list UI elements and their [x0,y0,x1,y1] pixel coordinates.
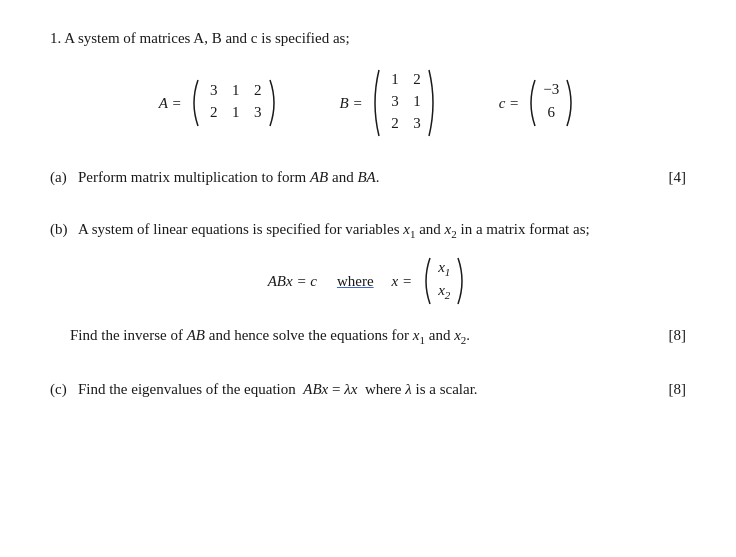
find-inverse-text: Find the inverse of AB and hence solve t… [70,327,686,346]
x-equals: x = [392,273,413,290]
find-text-content: Find the inverse of AB and hence solve t… [70,327,470,343]
problem-intro: A system of matrices A, B and c is speci… [64,30,349,46]
part-b-score: [8] [669,327,687,344]
x-left-paren [420,255,432,307]
matrix-b-expr: B = 1 2 3 1 2 3 [340,67,439,139]
abx-lhs: ABx = c [268,273,317,290]
part-c-label: (c) [50,381,74,397]
matrix-c-label: c = [499,95,520,112]
part-a-header: (a) Perform matrix multiplication to for… [50,169,686,186]
matrix-c-content: −3 6 [537,77,565,129]
matrix-b-label: B = [340,95,363,112]
problem-title: 1. A system of matrices A, B and c is sp… [50,30,686,47]
matrix-a-right-paren [268,78,280,128]
matrix-c-left-paren [525,77,537,129]
x-vector-bracket: x1 x2 [420,255,468,307]
matrix-c-right-paren [565,77,577,129]
equation-row: ABx = c where x = x1 x2 [50,255,686,307]
problem-section: 1. A system of matrices A, B and c is sp… [50,30,686,398]
part-c-section: (c) Find the eigenvalues of the equation… [50,381,686,398]
matrix-a-bracket: 3 1 2 2 1 3 [188,78,280,128]
abx-equation: ABx = c [268,273,317,290]
matrix-c-expr: c = −3 6 [499,77,578,129]
matrix-a-label: A = [159,95,182,112]
part-a-label: (a) [50,169,74,185]
part-c-text: Find the eigenvalues of the equation ABx… [78,381,478,397]
part-a-section: (a) Perform matrix multiplication to for… [50,169,686,186]
matrix-c-bracket: −3 6 [525,77,577,129]
matrix-a-content: 3 1 2 2 1 3 [200,78,268,128]
part-c-score: [8] [669,381,687,398]
matrix-b-right-paren [427,67,439,139]
x-vector-content: x1 x2 [432,255,456,307]
where-part: where x = x1 x2 [337,255,468,307]
part-a-text: Perform matrix multiplication to form AB… [78,169,380,185]
matrix-b-content: 1 2 3 1 2 3 [381,67,427,139]
matrix-b-bracket: 1 2 3 1 2 3 [369,67,439,139]
part-b-section: (b) A system of linear equations is spec… [50,221,686,346]
part-a-score: [4] [669,169,687,186]
problem-number: 1. [50,30,61,46]
part-b-label: (b) [50,221,75,237]
matrices-row: A = 3 1 2 2 1 3 [50,67,686,139]
part-b-text: A system of linear equations is specifie… [78,221,590,237]
part-c-content: (c) Find the eigenvalues of the equation… [50,381,686,398]
part-b-header: (b) A system of linear equations is spec… [50,221,686,240]
where-label: where [337,273,374,290]
matrix-a-expr: A = 3 1 2 2 1 3 [159,78,280,128]
matrix-b-left-paren [369,67,381,139]
matrix-a-left-paren [188,78,200,128]
x-right-paren [456,255,468,307]
